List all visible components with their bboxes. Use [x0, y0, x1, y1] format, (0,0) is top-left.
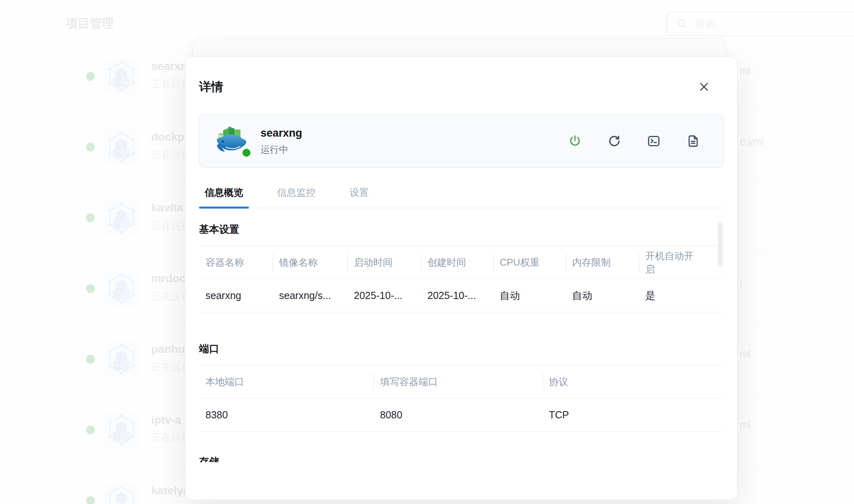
status-dot — [86, 72, 95, 81]
cell-container-name: searxng — [199, 290, 273, 301]
modal-container-name: searxng — [261, 127, 302, 140]
col-start-time: 启动时间 — [347, 256, 421, 269]
col-image-name: 镜像名称 — [273, 256, 347, 269]
cell-container-port: 8080 — [374, 409, 542, 421]
modal-container-status: 运行中 — [261, 143, 302, 156]
container-actions — [568, 134, 700, 148]
compose-file-fragment: ml — [740, 419, 750, 430]
app-root: 项目管理 searxn — [0, 0, 854, 504]
table-row: searxng searxng/s... 2025-10-... 2025-10… — [199, 279, 723, 312]
section-heading-basic: 基本设置 — [199, 223, 723, 236]
table-row: 8380 8080 TCP — [199, 398, 723, 432]
power-button[interactable] — [568, 134, 582, 148]
details-modal: 详情 XII — [185, 56, 737, 500]
power-icon — [568, 134, 582, 148]
container-status: 正在运行 — [151, 502, 191, 504]
status-dot — [86, 496, 95, 504]
cell-local-port: 8380 — [199, 409, 374, 421]
cell-memory-limit: 自动 — [566, 289, 639, 302]
modal-title: 详情 — [199, 79, 223, 95]
modal-scroll-area: 基本设置 容器名称 镜像名称 启动时间 创建时间 CPU权重 内存限制 开机自动… — [199, 208, 723, 462]
container-cube-icon — [104, 342, 139, 377]
status-dot — [86, 213, 95, 222]
terminal-icon — [647, 134, 661, 148]
compose-file-fragment: ml — [740, 348, 750, 360]
tab-monitoring[interactable]: 信息监控 — [271, 186, 321, 208]
cell-autostart: 是 — [639, 289, 723, 302]
page-title: 项目管理 — [66, 15, 114, 32]
cell-create-time: 2025-10-... — [421, 290, 493, 301]
status-dot — [86, 143, 95, 152]
logs-icon — [686, 134, 700, 148]
cell-cpu-weight: 自动 — [493, 289, 566, 302]
restart-button[interactable] — [607, 134, 622, 148]
restart-icon — [608, 134, 621, 148]
tab-bar: 信息概览 信息监控 设置 — [199, 186, 723, 208]
col-protocol: 协议 — [542, 375, 723, 388]
container-cube-icon — [104, 483, 139, 504]
section-heading-storage: 存储 — [199, 455, 723, 462]
container-cube-icon — [104, 271, 139, 306]
col-container-name: 容器名称 — [199, 256, 273, 269]
section-heading-ports: 端口 — [199, 342, 723, 355]
basic-settings-table: 容器名称 镜像名称 启动时间 创建时间 CPU权重 内存限制 开机自动开启 se… — [199, 246, 723, 312]
status-dot — [86, 284, 95, 293]
cell-image-name: searxng/s... — [273, 290, 347, 301]
search-icon — [676, 18, 688, 30]
ports-table: 本地端口 填写容器端口 协议 8380 8080 TCP — [199, 365, 723, 432]
cell-start-time: 2025-10-... — [347, 290, 421, 301]
col-create-time: 创建时间 — [421, 256, 493, 269]
container-cube-icon — [104, 200, 139, 236]
tab-overview[interactable]: 信息概览 — [199, 186, 249, 208]
terminal-button[interactable] — [647, 134, 661, 148]
compose-file-fragment: ml — [740, 65, 750, 77]
container-cube-icon — [104, 129, 139, 165]
status-dot — [86, 355, 95, 364]
col-autostart: 开机自动开启 — [639, 249, 723, 276]
col-local-port: 本地端口 — [199, 375, 374, 388]
cell-protocol: TCP — [542, 409, 723, 421]
col-container-port: 填写容器端口 — [374, 375, 542, 388]
col-cpu-weight: CPU权重 — [493, 256, 566, 269]
table-header-row: 本地端口 填写容器端口 协议 — [199, 365, 723, 398]
running-status-dot — [240, 147, 253, 159]
search-box[interactable] — [667, 11, 854, 36]
status-dot — [86, 426, 95, 434]
container-summary-card: XII searxng 运行中 — [199, 115, 723, 168]
logs-button[interactable] — [686, 134, 700, 148]
search-input[interactable] — [695, 18, 827, 30]
col-memory-limit: 内存限制 — [566, 256, 639, 269]
container-cube-icon — [104, 59, 139, 94]
container-cube-icon — [104, 412, 139, 448]
compose-file-fragment: e.yml — [740, 136, 764, 148]
close-button[interactable] — [696, 79, 712, 95]
close-icon — [698, 81, 710, 92]
scrollbar-thumb[interactable] — [718, 222, 723, 266]
compose-file-fragment: l — [740, 277, 742, 289]
searxng-logo: XII — [213, 123, 250, 160]
table-header-row: 容器名称 镜像名称 启动时间 创建时间 CPU权重 内存限制 开机自动开启 — [199, 246, 723, 279]
tab-settings[interactable]: 设置 — [344, 186, 374, 208]
